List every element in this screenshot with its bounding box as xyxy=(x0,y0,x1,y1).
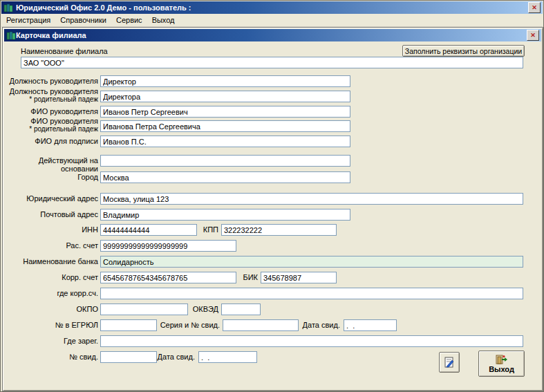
okved-input[interactable] xyxy=(221,304,261,315)
corr-account-label: Корр. счет xyxy=(6,273,98,281)
where-registered-label: Где зарег. xyxy=(6,337,98,345)
inn-input[interactable] xyxy=(100,224,197,236)
app-books-icon xyxy=(3,3,13,12)
branch-card-body: Наименование филиала Заполнить реквизиты… xyxy=(4,41,541,389)
signature-name-input[interactable] xyxy=(100,136,350,147)
position-label: Должность руководителя xyxy=(6,77,98,85)
settlement-account-label: Рас. счет xyxy=(6,241,98,250)
save-button[interactable] xyxy=(439,352,460,373)
position-genitive-input[interactable] xyxy=(100,91,350,102)
inn-label: ИНН xyxy=(6,225,98,234)
fill-requisites-button[interactable]: Заполнить реквизиты организации xyxy=(402,45,525,57)
egrul-label: № в ЕГРЮЛ xyxy=(6,321,98,329)
head-name-label: ФИО руководителя xyxy=(6,107,98,115)
menu-service[interactable]: Сервис xyxy=(111,15,147,26)
cert-date1-input[interactable] xyxy=(344,319,397,331)
bank-name-label: Наименование банка xyxy=(6,257,98,265)
branch-card-close-button[interactable]: ✕ xyxy=(527,30,539,41)
window-title: Юридический Офис 2.0 Демо - пользователь… xyxy=(16,3,191,12)
legal-address-label: Юридический адрес xyxy=(6,194,98,203)
menu-directories[interactable]: Справочники xyxy=(55,15,111,26)
branch-card-window: Карточка филиала ✕ Наименование филиала … xyxy=(2,27,543,391)
branch-card-icon xyxy=(6,30,16,40)
exit-button-label: Выход xyxy=(489,365,514,373)
legal-address-input[interactable] xyxy=(100,193,523,205)
bik-label: БИК xyxy=(235,273,258,281)
cert-number-input[interactable] xyxy=(100,351,157,363)
signature-name-label: ФИО для подписи xyxy=(6,137,98,145)
acting-basis-label: Действующий на основании xyxy=(6,156,98,173)
branch-name-input[interactable] xyxy=(21,57,523,68)
bank-name-input[interactable] xyxy=(100,256,523,268)
menu-registration[interactable]: Регистрация xyxy=(1,15,55,26)
okpo-input[interactable] xyxy=(100,304,188,315)
app-window: Юридический Офис 2.0 Демо - пользователь… xyxy=(0,0,544,392)
exit-door-icon xyxy=(496,355,508,364)
kpp-label: КПП xyxy=(195,225,218,234)
position-input[interactable] xyxy=(100,75,350,87)
series-cert-input[interactable] xyxy=(223,319,299,331)
menu-bar: Регистрация Справочники Сервис Выход xyxy=(1,14,543,27)
cert-date1-label: Дата свид. xyxy=(300,321,340,329)
city-label: Город xyxy=(6,173,98,181)
cert-date2-label: Дата свид. xyxy=(155,353,195,361)
save-icon xyxy=(443,356,456,368)
menu-exit[interactable]: Выход xyxy=(147,15,180,26)
cert-number-label: № свид. xyxy=(6,353,98,361)
head-name-genitive-input[interactable] xyxy=(100,120,350,132)
head-name-input[interactable] xyxy=(100,106,350,118)
bik-input[interactable] xyxy=(261,272,337,283)
okpo-label: ОКПО xyxy=(6,305,98,313)
acting-basis-input[interactable] xyxy=(100,155,350,167)
exit-button[interactable]: Выход xyxy=(478,351,525,377)
city-input[interactable] xyxy=(100,171,350,183)
settlement-account-input[interactable] xyxy=(100,240,236,252)
corr-where-label: где корр.сч. xyxy=(6,289,98,297)
kpp-input[interactable] xyxy=(221,224,337,236)
branch-card-title: Карточка филиала xyxy=(16,31,86,39)
branch-name-label: Наименование филиала xyxy=(21,47,173,55)
where-registered-input[interactable] xyxy=(100,335,523,347)
postal-address-label: Почтовый адрес xyxy=(6,210,98,218)
window-close-button[interactable]: ✕ xyxy=(528,2,541,13)
head-name-genitive-label: ФИО руководителя * родительный падеж xyxy=(6,117,98,133)
cert-date2-input[interactable] xyxy=(198,351,257,363)
position-genitive-label: Должность руководителя * родительный пад… xyxy=(6,87,98,104)
corr-where-input[interactable] xyxy=(100,288,523,299)
series-cert-label: Серия и № свид. xyxy=(159,321,220,329)
egrul-input[interactable] xyxy=(100,319,157,331)
branch-card-titlebar: Карточка филиала ✕ xyxy=(4,29,541,41)
window-titlebar: Юридический Офис 2.0 Демо - пользователь… xyxy=(1,1,543,14)
okved-label: ОКВЭД xyxy=(185,305,218,313)
postal-address-input[interactable] xyxy=(100,209,350,221)
corr-account-input[interactable] xyxy=(100,272,236,283)
